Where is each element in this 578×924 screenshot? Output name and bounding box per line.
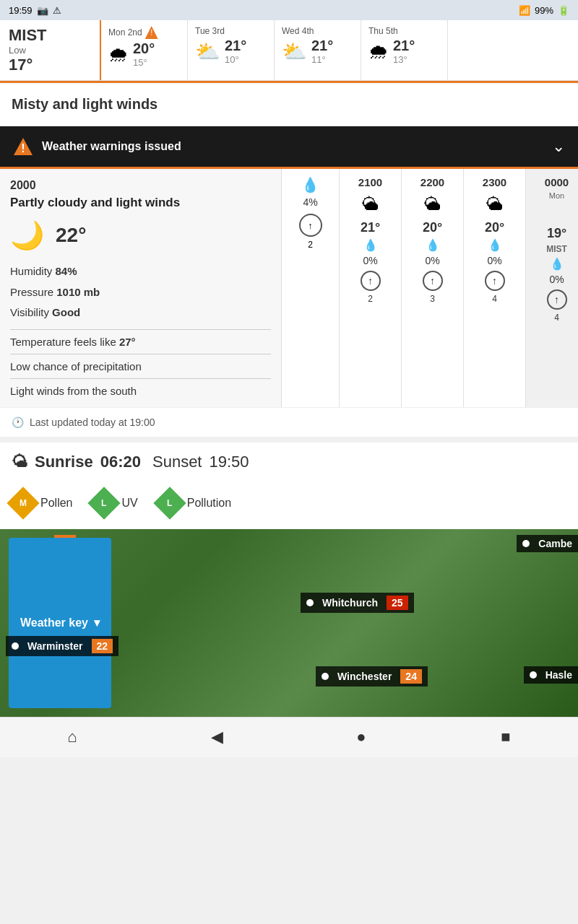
h2200-precip-pct: 0% [425,255,439,266]
hasle-dot [530,671,537,679]
h0000-wind-circle: ↑ [547,289,567,310]
day-icon-2: ⛅ [282,40,307,64]
day-high-1: 21° [225,38,246,54]
h2200-wind-circle: ↑ [423,271,443,291]
pollution-item: L Pollution [158,492,231,515]
nav-home-circle-button[interactable]: ● [345,721,377,753]
current-precip-pct: 4% [303,196,317,208]
h2100-label: 2100 [358,176,382,188]
map-section[interactable]: Torbrid 22 Weather key ▾ Cambe Whitchurc… [0,529,578,717]
day-low-2: 11° [311,54,333,65]
map-label-whitchurch[interactable]: Whitchurch 25 [301,593,414,613]
hour-time-label: 2000 [10,179,271,192]
back-icon: ◀ [211,728,223,746]
pressure-val: 1010 mb [56,286,100,298]
battery-icon: 🔋 [558,5,569,16]
hour-detail-panel: 2000 Partly cloudy and light winds 🌙 22°… [0,169,282,407]
current-wind-circle: ↑ [299,214,322,237]
map-label-winchester[interactable]: Winchester 24 [316,666,428,687]
weather-key-button[interactable]: Weather key ▾ [9,538,111,708]
warning-chevron-icon[interactable]: ⌄ [552,137,565,156]
circle-icon: ● [356,728,366,746]
winchester-dot [322,673,329,680]
warning-icon: ⚠ [53,5,61,16]
cambe-dot [522,540,530,547]
map-label-warminster[interactable]: Warminster 22 [6,636,118,656]
hourly-scroll[interactable]: 2000 Partly cloudy and light winds 🌙 22°… [0,167,578,407]
map-label-cambe[interactable]: Cambe [517,535,578,552]
h0000-wind-num: 4 [554,313,559,323]
wifi-icon: 📶 [519,5,530,16]
warning-bar[interactable]: ! Weather warnings issued ⌄ [0,126,578,167]
hour-condition: Partly cloudy and light winds [10,195,271,211]
last-updated-text: Last updated today at 19:00 [30,417,155,428]
h2200-label: 2200 [420,176,444,188]
warning-badge-0: ! [145,26,158,39]
h2300-precip-pct: 0% [487,255,501,266]
day-low-0: 15° [133,57,155,68]
precipitation-row: Low chance of precipitation [10,360,271,372]
day-header-1: Tue 3rd [195,26,225,36]
divider-1 [10,329,271,330]
pollen-badge: M [7,487,39,519]
clock-icon: 🕐 [12,417,24,428]
day-high-0: 20° [133,40,155,57]
whitchurch-temp: 25 [387,596,408,610]
h2300-precip-icon: 💧 [488,238,502,252]
h2100-precip-pct: 0% [363,255,377,266]
hasle-name: Hasle [545,669,572,681]
sunrise-time: 06:20 [100,453,141,471]
winchester-name: Winchester [337,671,392,682]
status-bar: 19:59 📷 ⚠ 📶 99% 🔋 [0,0,578,20]
feels-like-row: Temperature feels like 27° [10,336,271,348]
nav-home-button[interactable]: ⌂ [56,721,88,753]
uv-item: L UV [92,492,137,515]
rain-drops-icon: 💧 [301,176,319,193]
detail-stats: Humidity 84% Pressure 1010 mb Visibility… [10,261,271,323]
forecast-strip: MIST Low 17° Mon 2nd ! 🌧 20° 15° Tue 3rd… [0,20,578,81]
hour-col-2100[interactable]: 2100 🌥 21° 💧 0% ↑ 2 [340,169,402,407]
day-header-0: Mon 2nd ! [108,26,158,39]
divider-2 [10,354,271,354]
sunrise-row: 🌤 Sunrise 06:20 Sunset 19:50 [0,437,578,481]
day-icon-0: 🌧 [108,43,129,66]
nav-recents-button[interactable]: ■ [490,721,522,753]
uv-label: UV [121,497,137,510]
sunset-time: 19:50 [209,453,249,471]
warminster-temp: 22 [92,639,113,653]
pollen-item: M Pollen [12,492,72,515]
h2300-wind-circle: ↑ [485,271,505,291]
hour-col-2200[interactable]: 2200 🌥 20° 💧 0% ↑ 3 [402,169,464,407]
forecast-day-0[interactable]: Mon 2nd ! 🌧 20° 15° [101,20,188,80]
environmental-row: M Pollen L UV L Pollution [0,481,578,529]
visibility-val: Good [52,306,80,318]
last-updated-row: 🕐 Last updated today at 19:00 [0,407,578,437]
feels-like-val: 27° [119,336,136,348]
nav-back-button[interactable]: ◀ [201,721,233,753]
sunrise-label: Sunrise [35,453,93,471]
warning-triangle-icon: ! [13,136,33,157]
forecast-day-1[interactable]: Tue 3rd ⛅ 21° 10° [188,20,275,80]
pollen-label: Pollen [40,497,72,510]
hour-col-2300[interactable]: 2300 🌥 20° 💧 0% ↑ 4 [464,169,526,407]
current-weather: MIST Low 17° [0,20,101,80]
winchester-temp: 24 [400,669,422,684]
warning-text: Weather warnings issued [42,140,181,153]
h2300-icon: 🌥 [486,194,504,214]
h2100-wind-circle: ↑ [361,271,381,291]
h0000-precip-icon: 💧 [550,257,564,271]
whitchurch-name: Whitchurch [322,597,378,609]
whitchurch-dot [306,599,314,606]
h2300-label: 2300 [483,176,506,188]
day-header-2: Wed 4th [282,26,314,36]
h2200-icon: 🌥 [424,194,441,214]
h2300-wind-num: 4 [492,294,497,304]
divider-3 [10,378,271,379]
home-icon: ⌂ [67,728,77,746]
forecast-day-3[interactable]: Thu 5th 🌧 21° 13° [361,20,448,80]
map-label-hasle[interactable]: Hasle [524,666,578,684]
h2100-wind-num: 2 [368,294,373,304]
forecast-day-2[interactable]: Wed 4th ⛅ 21° 11° [275,20,361,80]
h2200-wind-num: 3 [430,294,435,304]
hour-col-0000[interactable]: 0000 Mon 19° MIST 💧 0% ↑ 4 [526,169,578,407]
